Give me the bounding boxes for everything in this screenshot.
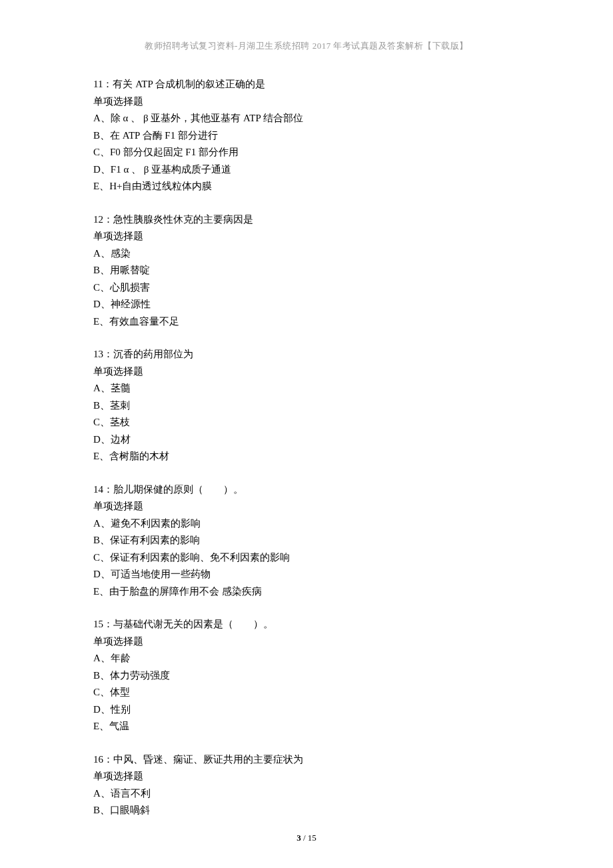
question-title: 15：与基础代谢无关的因素是（ ）。 (93, 616, 520, 633)
question-title: 12：急性胰腺炎性休克的主要病因是 (93, 211, 520, 229)
option-d: D、F1 α 、 β 亚基构成质子通道 (93, 161, 520, 179)
question-12: 12：急性胰腺炎性休克的主要病因是 单项选择题 A、感染 B、用哌替啶 C、心肌… (93, 211, 520, 331)
question-15: 15：与基础代谢无关的因素是（ ）。 单项选择题 A、年龄 B、体力劳动强度 C… (93, 616, 520, 735)
question-type: 单项选择题 (93, 93, 520, 111)
option-a: A、茎髓 (93, 380, 520, 397)
option-b: B、在 ATP 合酶 F1 部分进行 (93, 127, 520, 145)
question-type: 单项选择题 (93, 363, 520, 381)
option-a: A、避免不利因素的影响 (93, 515, 520, 533)
page-sep: / (301, 833, 308, 843)
option-a: A、感染 (93, 245, 520, 263)
question-14: 14：胎儿期保健的原则（ ）。 单项选择题 A、避免不利因素的影响 B、保证有利… (93, 481, 520, 601)
option-b: B、口眼喎斜 (93, 802, 520, 819)
question-11: 11：有关 ATP 合成机制的叙述正确的是 单项选择题 A、除 α 、 β 亚基… (93, 76, 520, 195)
question-title: 13：沉香的药用部位为 (93, 346, 520, 363)
option-e: E、有效血容量不足 (93, 313, 520, 331)
question-title: 16：中风、昏迷、痫证、厥证共用的主要症状为 (93, 751, 520, 769)
option-b: B、用哌替啶 (93, 262, 520, 279)
option-a: A、除 α 、 β 亚基外，其他亚基有 ATP 结合部位 (93, 110, 520, 127)
option-c: C、体型 (93, 684, 520, 701)
option-e: E、由于胎盘的屏障作用不会 感染疾病 (93, 583, 520, 601)
page-header: 教师招聘考试复习资料-月湖卫生系统招聘 2017 年考试真题及答案解析【下载版】 (93, 40, 520, 52)
option-a: A、语言不利 (93, 785, 520, 803)
option-c: C、心肌损害 (93, 279, 520, 297)
question-type: 单项选择题 (93, 228, 520, 245)
page-total: 15 (308, 833, 316, 843)
option-e: E、H+自由透过线粒体内膜 (93, 178, 520, 195)
question-type: 单项选择题 (93, 498, 520, 515)
option-a: A、年龄 (93, 650, 520, 667)
option-b: B、茎刺 (93, 397, 520, 415)
option-d: D、神经源性 (93, 296, 520, 313)
option-d: D、性别 (93, 701, 520, 719)
option-c: C、F0 部分仅起固定 F1 部分作用 (93, 144, 520, 161)
option-c: C、茎枝 (93, 414, 520, 431)
option-e: E、气温 (93, 718, 520, 735)
option-e: E、含树脂的木材 (93, 448, 520, 465)
question-title: 14：胎儿期保健的原则（ ）。 (93, 481, 520, 499)
question-title: 11：有关 ATP 合成机制的叙述正确的是 (93, 76, 520, 93)
question-type: 单项选择题 (93, 633, 520, 651)
option-d: D、可适当地使用一些药物 (93, 566, 520, 583)
option-b: B、保证有利因素的影响 (93, 532, 520, 549)
question-13: 13：沉香的药用部位为 单项选择题 A、茎髓 B、茎刺 C、茎枝 D、边材 E、… (93, 346, 520, 465)
option-d: D、边材 (93, 431, 520, 449)
option-c: C、保证有利因素的影响、免不利因素的影响 (93, 549, 520, 567)
page-footer: 3 / 15 (93, 833, 520, 843)
question-16: 16：中风、昏迷、痫证、厥证共用的主要症状为 单项选择题 A、语言不利 B、口眼… (93, 751, 520, 819)
question-type: 单项选择题 (93, 768, 520, 785)
content-area: 11：有关 ATP 合成机制的叙述正确的是 单项选择题 A、除 α 、 β 亚基… (93, 76, 520, 819)
option-b: B、体力劳动强度 (93, 667, 520, 685)
